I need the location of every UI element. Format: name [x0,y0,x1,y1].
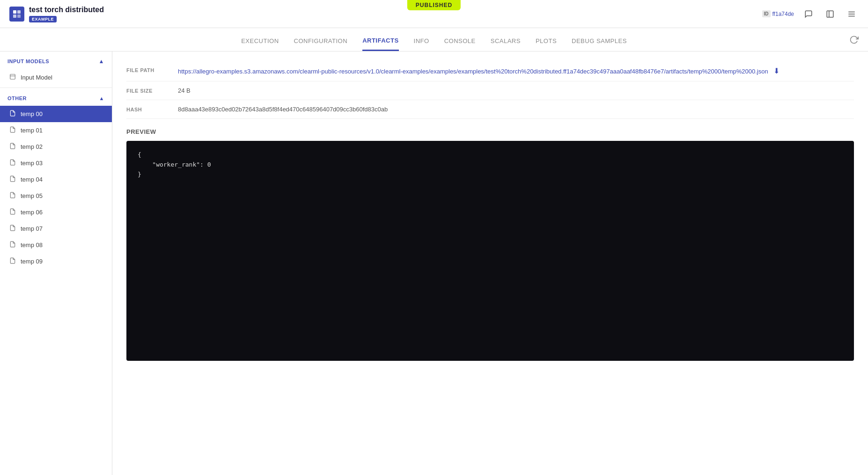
sidebar-item-temp02[interactable]: temp 02 [0,139,112,155]
code-preview: { "worker_rank": 0 } [126,141,854,361]
temp03-label: temp 03 [21,160,43,167]
svg-rect-4 [827,11,833,17]
other-section-header[interactable]: OTHER ▲ [0,90,112,106]
temp00-file-icon [9,110,16,118]
svg-rect-3 [17,15,21,18]
tab-execution[interactable]: EXECUTION [241,37,279,51]
temp06-file-icon [9,208,16,216]
temp09-label: temp 09 [21,258,43,265]
temp01-file-icon [9,126,16,134]
temp02-label: temp 02 [21,143,43,150]
sidebar-item-temp08[interactable]: temp 08 [0,237,112,253]
refresh-icon-button[interactable] [849,35,859,46]
tab-artifacts[interactable]: ARTIFACTS [362,37,398,51]
svg-rect-9 [10,74,15,80]
sidebar-item-temp04[interactable]: temp 04 [0,171,112,188]
header-title-area: test torch distributed EXAMPLE [29,6,104,22]
temp09-file-icon [9,257,16,265]
example-badge: EXAMPLE [29,16,57,22]
temp05-file-icon [9,192,16,200]
input-models-chevron-icon: ▲ [99,58,104,65]
input-models-section-header[interactable]: INPUT MODELS ▲ [0,51,112,69]
app-logo-icon[interactable] [9,7,24,22]
page-title: test torch distributed [29,6,104,14]
preview-title: PREVIEW [126,128,854,135]
header-right: ID ff1a74de [762,7,859,21]
published-banner: PUBLISHED [407,0,461,10]
temp08-label: temp 08 [21,241,43,248]
tab-debug-samples[interactable]: DEBUG SAMPLES [572,37,627,51]
id-value: ff1a74de [772,11,794,17]
nav-tabs: EXECUTION CONFIGURATION ARTIFACTS INFO C… [0,28,868,51]
temp03-file-icon [9,159,16,167]
temp02-file-icon [9,143,16,151]
other-chevron-icon: ▲ [99,95,104,101]
id-badge: ID ff1a74de [762,10,794,17]
tab-plots[interactable]: PLOTS [536,37,557,51]
expand-icon-button[interactable] [823,7,837,21]
temp00-label: temp 00 [21,110,43,117]
content-area: FILE PATH https://allegro-examples.s3.am… [112,51,868,475]
hash-label: HASH [126,106,169,112]
tab-configuration[interactable]: CONFIGURATION [294,37,348,51]
tab-info[interactable]: INFO [414,37,429,51]
sidebar-divider [0,88,112,88]
sidebar-item-temp01[interactable]: temp 01 [0,122,112,139]
input-models-label: INPUT MODELS [7,58,49,64]
sidebar-item-temp03[interactable]: temp 03 [0,155,112,171]
download-icon[interactable]: ⬇ [773,67,780,75]
input-model-icon [9,73,16,81]
tab-scalars[interactable]: SCALARS [491,37,521,51]
hash-row: HASH 8d8aaa43e893c0ed02b72643a8d5f8f4ed4… [126,100,854,119]
comment-icon-button[interactable] [802,7,816,21]
sidebar-item-input-model[interactable]: Input Model [0,69,112,86]
file-size-text: 24 B [178,87,191,94]
sidebar-item-temp09[interactable]: temp 09 [0,253,112,270]
file-size-label: FILE SIZE [126,87,169,94]
preview-section: PREVIEW { "worker_rank": 0 } [126,128,854,361]
hash-value: 8d8aaa43e893c0ed02b72643a8d5f8f4ed470c64… [178,106,854,113]
sidebar-item-temp05[interactable]: temp 05 [0,188,112,204]
svg-rect-1 [17,10,21,14]
header-logo: test torch distributed EXAMPLE [9,6,104,22]
temp01-label: temp 01 [21,127,43,134]
svg-rect-0 [13,10,16,14]
file-path-value: https://allegro-examples.s3.amazonaws.co… [178,66,854,75]
file-size-value: 24 B [178,87,854,94]
menu-icon-button[interactable] [845,7,859,21]
temp07-file-icon [9,225,16,233]
temp06-label: temp 06 [21,209,43,216]
main-layout: INPUT MODELS ▲ Input Model OTHER ▲ [0,51,868,475]
other-label: OTHER [7,95,27,101]
file-path-label: FILE PATH [126,66,169,73]
temp08-file-icon [9,241,16,249]
sidebar-item-temp06[interactable]: temp 06 [0,204,112,220]
temp04-label: temp 04 [21,176,43,183]
file-size-row: FILE SIZE 24 B [126,81,854,100]
sidebar-item-temp07[interactable]: temp 07 [0,220,112,237]
input-model-label: Input Model [21,74,52,81]
temp04-file-icon [9,175,16,183]
temp07-label: temp 07 [21,225,43,232]
file-path-row: FILE PATH https://allegro-examples.s3.am… [126,61,854,81]
file-path-link[interactable]: https://allegro-examples.s3.amazonaws.co… [178,68,768,75]
tab-console[interactable]: CONSOLE [444,37,476,51]
sidebar-item-temp00[interactable]: temp 00 [0,106,112,122]
temp05-label: temp 05 [21,192,43,199]
sidebar: INPUT MODELS ▲ Input Model OTHER ▲ [0,51,112,475]
id-label: ID [762,10,771,17]
svg-rect-2 [13,15,16,18]
artifact-detail: FILE PATH https://allegro-examples.s3.am… [112,51,868,370]
